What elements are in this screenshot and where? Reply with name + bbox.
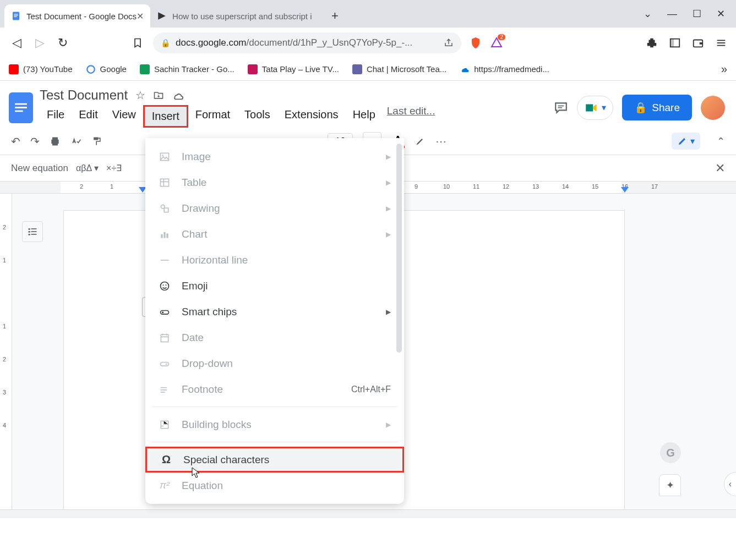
menu-format[interactable]: Format bbox=[188, 105, 237, 128]
reload-button[interactable]: ↻ bbox=[55, 35, 70, 51]
star-icon[interactable]: ☆ bbox=[135, 89, 145, 102]
docs-logo-icon[interactable] bbox=[9, 92, 33, 123]
svg-rect-18 bbox=[94, 137, 98, 140]
dropdown-scrollbar[interactable] bbox=[396, 144, 402, 353]
menu-insert[interactable]: Insert bbox=[143, 105, 188, 128]
new-equation-label[interactable]: New equation bbox=[11, 163, 68, 174]
side-panel-toggle[interactable]: ‹ bbox=[724, 472, 736, 496]
share-url-icon[interactable] bbox=[444, 38, 454, 48]
docs-header: Test Document ☆ File Edit View Insert Fo… bbox=[0, 81, 736, 128]
svg-rect-41 bbox=[161, 387, 167, 388]
insert-smart-chips[interactable]: Smart chips▶ bbox=[145, 299, 404, 325]
wallet-icon[interactable] bbox=[692, 37, 704, 49]
insert-equation[interactable]: π²Equation bbox=[145, 473, 404, 498]
insert-dropdown[interactable]: Drop-down bbox=[145, 350, 404, 376]
url-input[interactable]: 🔒 docs.google.com/document/d/1hP_y_UsnQ7… bbox=[153, 32, 461, 53]
paint-format-icon[interactable] bbox=[91, 136, 102, 147]
more-tools-icon[interactable]: ⋯ bbox=[435, 135, 446, 148]
bookmark-tataplay[interactable]: Tata Play – Live TV... bbox=[248, 64, 339, 74]
url-bar: ◁ ▷ ↻ 🔒 docs.google.com/document/d/1hP_y… bbox=[0, 28, 736, 58]
svg-rect-16 bbox=[558, 107, 563, 108]
chevron-down-icon: ▾ bbox=[602, 102, 606, 113]
menu-edit[interactable]: Edit bbox=[72, 105, 105, 128]
menu-help[interactable]: Help bbox=[346, 105, 383, 128]
bookmark-youtube[interactable]: (73) YouTube bbox=[9, 64, 73, 74]
insert-footnote[interactable]: FootnoteCtrl+Alt+F bbox=[145, 376, 404, 402]
undo-icon[interactable]: ↶ bbox=[11, 135, 20, 148]
hide-menus-icon[interactable]: ⌃ bbox=[717, 135, 725, 147]
svg-rect-14 bbox=[15, 110, 23, 112]
insert-horizontal-line[interactable]: Horizontal line bbox=[145, 247, 404, 273]
svg-rect-19 bbox=[29, 228, 30, 230]
bookmark-teams[interactable]: Chat | Microsoft Tea... bbox=[352, 64, 446, 74]
site-favicon-icon bbox=[157, 11, 167, 21]
insert-special-characters[interactable]: ΩSpecial characters bbox=[145, 447, 404, 473]
close-tab-icon[interactable]: ✕ bbox=[137, 11, 144, 21]
indent-marker-right-icon[interactable] bbox=[621, 187, 629, 193]
insert-image[interactable]: Image▶ bbox=[145, 144, 404, 169]
horizontal-scrollbar[interactable] bbox=[0, 509, 736, 518]
brave-shields-icon[interactable] bbox=[469, 36, 482, 50]
blocks-icon bbox=[159, 419, 171, 431]
move-icon[interactable] bbox=[153, 90, 164, 101]
menu-extensions[interactable]: Extensions bbox=[277, 105, 346, 128]
insert-building-blocks[interactable]: Building blocks▶ bbox=[145, 411, 404, 437]
browser-tab-inactive[interactable]: How to use superscript and subscript i bbox=[150, 4, 318, 28]
meet-button[interactable]: ▾ bbox=[577, 96, 613, 120]
browser-tab-active[interactable]: Test Document - Google Docs ✕ bbox=[4, 4, 150, 28]
insert-chart[interactable]: Chart▶ bbox=[145, 221, 404, 247]
last-edit-link[interactable]: Last edit... bbox=[387, 105, 435, 128]
svg-rect-10 bbox=[717, 45, 726, 46]
sidebar-icon[interactable] bbox=[669, 37, 681, 49]
drawing-icon bbox=[159, 202, 171, 215]
brave-rewards-icon[interactable]: 2 bbox=[490, 36, 503, 50]
svg-rect-3 bbox=[14, 17, 17, 17]
bookmark-sheets[interactable]: Sachin Tracker - Go... bbox=[140, 64, 235, 74]
menu-tools[interactable]: Tools bbox=[237, 105, 277, 128]
insert-drawing[interactable]: Drawing▶ bbox=[145, 195, 404, 221]
svg-rect-1 bbox=[14, 14, 18, 14]
table-icon bbox=[159, 177, 171, 189]
bookmarks-overflow-icon[interactable]: » bbox=[721, 63, 727, 75]
bookmark-google[interactable]: Google bbox=[86, 64, 127, 74]
editing-mode-button[interactable]: ▾ bbox=[672, 133, 700, 150]
youtube-icon bbox=[9, 64, 19, 74]
spellcheck-icon[interactable] bbox=[70, 136, 81, 147]
minimize-icon[interactable]: — bbox=[667, 8, 677, 20]
print-icon[interactable] bbox=[50, 136, 61, 147]
show-outline-button[interactable] bbox=[22, 221, 43, 242]
svg-rect-20 bbox=[31, 228, 37, 229]
insert-emoji[interactable]: Emoji bbox=[145, 273, 404, 299]
comment-history-icon[interactable] bbox=[554, 101, 568, 115]
sheets-icon bbox=[140, 64, 150, 74]
account-avatar[interactable] bbox=[701, 96, 725, 120]
docs-favicon-icon bbox=[11, 11, 21, 21]
menu-file[interactable]: File bbox=[40, 105, 72, 128]
vertical-ruler[interactable]: 2 1 1 2 3 4 bbox=[0, 194, 12, 518]
extensions-icon[interactable] bbox=[646, 37, 658, 49]
operators-button[interactable]: ×÷∃ bbox=[106, 163, 122, 173]
grammarly-icon[interactable]: G bbox=[660, 442, 681, 463]
document-title[interactable]: Test Document bbox=[40, 87, 128, 103]
bookmark-onedrive[interactable]: https://framedmedi... bbox=[460, 64, 549, 74]
share-button[interactable]: 🔒 Share bbox=[622, 95, 692, 120]
cloud-status-icon[interactable] bbox=[172, 89, 184, 101]
redo-icon[interactable]: ↷ bbox=[30, 135, 40, 148]
close-window-icon[interactable]: ✕ bbox=[717, 8, 725, 20]
insert-table[interactable]: Table▶ bbox=[145, 169, 404, 195]
back-button[interactable]: ◁ bbox=[9, 35, 24, 51]
svg-point-36 bbox=[166, 284, 167, 286]
explore-button[interactable]: ✦ bbox=[659, 474, 681, 496]
menu-icon[interactable] bbox=[715, 37, 727, 49]
chevron-down-icon[interactable]: ⌄ bbox=[644, 8, 652, 20]
menu-view[interactable]: View bbox=[105, 105, 143, 128]
close-equation-toolbar-icon[interactable]: ✕ bbox=[715, 161, 725, 175]
highlight-icon[interactable] bbox=[415, 136, 426, 147]
bookmark-icon[interactable] bbox=[130, 35, 145, 51]
new-tab-button[interactable]: + bbox=[325, 6, 345, 26]
lock-icon: 🔒 bbox=[161, 39, 170, 47]
forward-button[interactable]: ▷ bbox=[32, 35, 47, 51]
maximize-icon[interactable]: ☐ bbox=[693, 8, 701, 20]
greek-letters-button[interactable]: αβΔ ▾ bbox=[76, 163, 99, 173]
insert-date[interactable]: Date bbox=[145, 325, 404, 350]
